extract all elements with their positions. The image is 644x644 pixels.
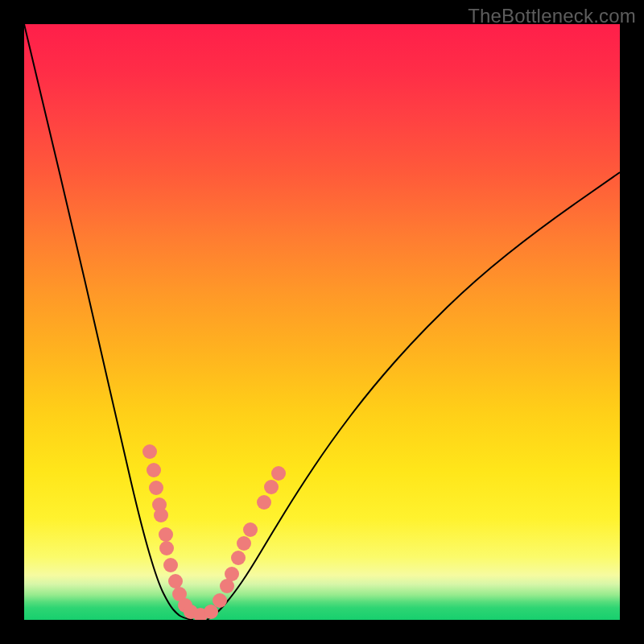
v-curve bbox=[24, 24, 620, 620]
data-dot bbox=[237, 536, 251, 551]
data-dot bbox=[163, 558, 178, 572]
data-dot bbox=[264, 480, 279, 494]
curve-right bbox=[207, 172, 620, 620]
data-dot bbox=[147, 463, 161, 477]
data-dot bbox=[204, 605, 218, 619]
chart-svg bbox=[24, 24, 620, 620]
chart-frame: TheBottleneck.com bbox=[0, 0, 644, 644]
data-dot bbox=[154, 508, 168, 522]
data-dot bbox=[142, 444, 157, 459]
data-dot bbox=[149, 481, 163, 495]
data-dot bbox=[225, 567, 239, 581]
data-dot bbox=[168, 574, 183, 588]
data-dot bbox=[159, 541, 174, 555]
data-dot bbox=[271, 466, 286, 481]
plot-area bbox=[24, 24, 620, 620]
data-dot bbox=[257, 495, 271, 510]
data-dot bbox=[159, 527, 173, 542]
data-dot bbox=[213, 593, 227, 608]
data-dot bbox=[243, 522, 258, 537]
data-dot bbox=[231, 551, 246, 565]
